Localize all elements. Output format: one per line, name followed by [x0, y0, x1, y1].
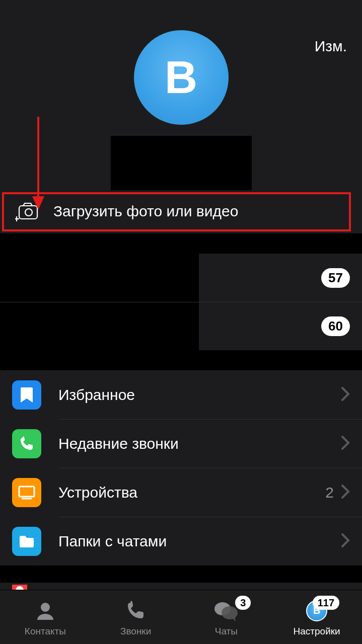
- monitor-icon: [12, 478, 41, 507]
- menu-item-devices[interactable]: Устройства 2: [0, 468, 362, 517]
- tab-chats[interactable]: 3 Чаты: [181, 599, 272, 637]
- menu-item-chat-folders[interactable]: Папки с чатами: [0, 517, 362, 566]
- svg-rect-0: [19, 206, 37, 219]
- avatar-letter: В: [165, 52, 197, 104]
- tab-label: Звонки: [120, 626, 151, 637]
- menu-label: Папки с чатами: [58, 533, 341, 550]
- menu-item-favorites[interactable]: Избранное: [0, 370, 362, 419]
- tab-badge: 117: [313, 596, 339, 610]
- bookmark-icon: [12, 380, 41, 410]
- info-badge: 57: [321, 268, 350, 288]
- info-redacted: [0, 254, 199, 302]
- folder-icon: [12, 527, 41, 556]
- tab-contacts[interactable]: Контакты: [0, 599, 91, 637]
- tab-label: Чаты: [215, 626, 238, 637]
- upload-label: Загрузить фото или видео: [53, 203, 238, 220]
- svg-point-1: [25, 209, 32, 216]
- info-row[interactable]: 57: [0, 254, 362, 302]
- svg-point-8: [41, 603, 50, 612]
- info-badge: 60: [321, 316, 350, 336]
- menu-value: 2: [325, 484, 334, 501]
- tab-bar: Контакты Звонки 3 Чаты В 117: [0, 590, 362, 644]
- info-section: 57 60: [0, 254, 362, 350]
- phone-icon: [125, 599, 147, 623]
- upload-photo-row[interactable]: Загрузить фото или видео: [0, 190, 362, 233]
- tab-label: Настройки: [294, 626, 340, 637]
- edit-button[interactable]: Изм.: [315, 38, 347, 55]
- chat-icon: 3: [213, 599, 239, 623]
- tab-label: Контакты: [25, 626, 66, 637]
- profile-header: Изм. В Загрузить фото или видео: [0, 0, 362, 233]
- username-redacted: [111, 136, 252, 190]
- tab-badge: 3: [235, 596, 251, 610]
- chevron-right-icon: [341, 484, 350, 501]
- phone-icon: [12, 429, 41, 458]
- menu-item-recent-calls[interactable]: Недавние звонки: [0, 419, 362, 468]
- camera-plus-icon: [15, 201, 39, 221]
- tab-calls[interactable]: Звонки: [91, 599, 181, 637]
- chevron-right-icon: [341, 386, 350, 404]
- info-row[interactable]: 60: [0, 302, 362, 350]
- menu-item-partial[interactable]: [0, 583, 362, 590]
- svg-rect-6: [19, 487, 34, 497]
- notification-icon: [12, 585, 27, 590]
- svg-point-10: [222, 606, 238, 619]
- settings-avatar-icon: В 117: [306, 599, 327, 623]
- chevron-right-icon: [341, 435, 350, 452]
- menu-label: Недавние звонки: [58, 435, 341, 452]
- tab-settings[interactable]: В 117 Настройки: [271, 599, 362, 637]
- avatar[interactable]: В: [134, 30, 229, 125]
- menu-section: Избранное Недавние звонки Устройства: [0, 370, 362, 566]
- info-redacted: [0, 302, 199, 350]
- menu-label: Избранное: [58, 386, 341, 404]
- contact-icon: [34, 599, 56, 623]
- chevron-right-icon: [341, 533, 350, 550]
- menu-label: Устройства: [58, 484, 325, 501]
